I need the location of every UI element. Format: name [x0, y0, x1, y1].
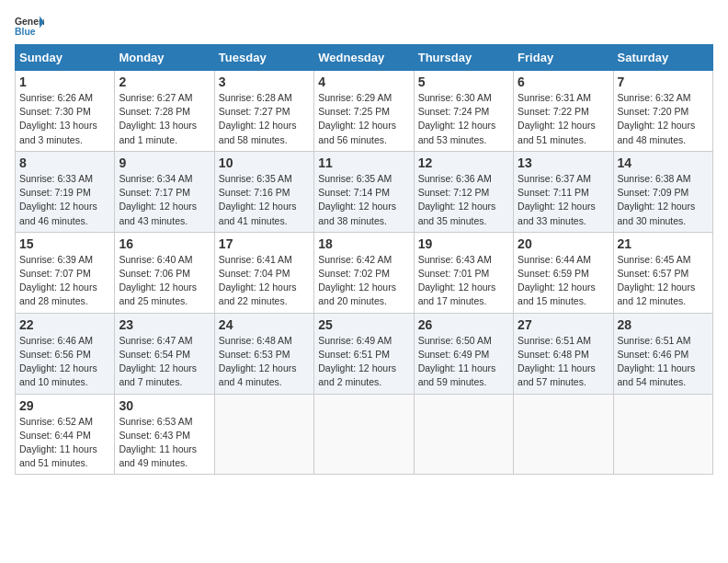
- day-info: Sunrise: 6:28 AM Sunset: 7:27 PM Dayligh…: [219, 91, 310, 147]
- header-tuesday: Tuesday: [214, 45, 313, 71]
- calendar-cell: 4Sunrise: 6:29 AM Sunset: 7:25 PM Daylig…: [314, 71, 414, 152]
- day-number: 23: [119, 317, 210, 332]
- day-info: Sunrise: 6:47 AM Sunset: 6:54 PM Dayligh…: [119, 334, 210, 390]
- day-number: 18: [318, 236, 409, 251]
- day-info: Sunrise: 6:46 AM Sunset: 6:56 PM Dayligh…: [19, 334, 110, 390]
- day-info: Sunrise: 6:52 AM Sunset: 6:44 PM Dayligh…: [19, 415, 110, 471]
- day-number: 2: [119, 75, 210, 89]
- calendar-cell: 2Sunrise: 6:27 AM Sunset: 7:28 PM Daylig…: [115, 71, 214, 152]
- day-number: 3: [219, 75, 310, 89]
- day-number: 21: [618, 236, 709, 251]
- day-number: 17: [219, 236, 310, 251]
- header-friday: Friday: [514, 45, 613, 71]
- calendar-cell: 26Sunrise: 6:50 AM Sunset: 6:49 PM Dayli…: [414, 313, 513, 394]
- day-info: Sunrise: 6:39 AM Sunset: 7:07 PM Dayligh…: [19, 253, 110, 309]
- day-info: Sunrise: 6:40 AM Sunset: 7:06 PM Dayligh…: [119, 253, 210, 309]
- day-number: 13: [518, 155, 609, 170]
- calendar-cell: 16Sunrise: 6:40 AM Sunset: 7:06 PM Dayli…: [115, 232, 214, 313]
- day-info: Sunrise: 6:35 AM Sunset: 7:14 PM Dayligh…: [318, 172, 409, 228]
- day-number: 25: [318, 317, 409, 332]
- calendar-cell: 10Sunrise: 6:35 AM Sunset: 7:16 PM Dayli…: [214, 151, 313, 232]
- calendar-cell: 28Sunrise: 6:51 AM Sunset: 6:46 PM Dayli…: [613, 313, 712, 394]
- calendar-cell: 20Sunrise: 6:44 AM Sunset: 6:59 PM Dayli…: [514, 232, 613, 313]
- calendar-cell: 25Sunrise: 6:49 AM Sunset: 6:51 PM Dayli…: [314, 313, 414, 394]
- day-number: 22: [19, 317, 110, 332]
- calendar-cell: 15Sunrise: 6:39 AM Sunset: 7:07 PM Dayli…: [16, 232, 115, 313]
- header-monday: Monday: [115, 45, 214, 71]
- calendar-cell: 18Sunrise: 6:42 AM Sunset: 7:02 PM Dayli…: [314, 232, 414, 313]
- day-info: Sunrise: 6:50 AM Sunset: 6:49 PM Dayligh…: [418, 334, 509, 390]
- day-number: 16: [119, 236, 210, 251]
- day-info: Sunrise: 6:27 AM Sunset: 7:28 PM Dayligh…: [119, 91, 210, 147]
- calendar-cell: [314, 394, 414, 475]
- day-number: 30: [119, 398, 210, 413]
- calendar-cell: [214, 394, 313, 475]
- calendar-cell: 11Sunrise: 6:35 AM Sunset: 7:14 PM Dayli…: [314, 151, 414, 232]
- day-info: Sunrise: 6:36 AM Sunset: 7:12 PM Dayligh…: [418, 172, 509, 228]
- calendar-week-row: 8Sunrise: 6:33 AM Sunset: 7:19 PM Daylig…: [16, 151, 713, 232]
- calendar-cell: 27Sunrise: 6:51 AM Sunset: 6:48 PM Dayli…: [514, 313, 613, 394]
- calendar-week-row: 22Sunrise: 6:46 AM Sunset: 6:56 PM Dayli…: [16, 313, 713, 394]
- day-info: Sunrise: 6:53 AM Sunset: 6:43 PM Dayligh…: [119, 415, 210, 471]
- day-info: Sunrise: 6:33 AM Sunset: 7:19 PM Dayligh…: [19, 172, 110, 228]
- calendar-cell: 7Sunrise: 6:32 AM Sunset: 7:20 PM Daylig…: [613, 71, 712, 152]
- day-number: 9: [119, 155, 210, 170]
- day-info: Sunrise: 6:51 AM Sunset: 6:48 PM Dayligh…: [518, 334, 609, 390]
- day-info: Sunrise: 6:41 AM Sunset: 7:04 PM Dayligh…: [219, 253, 310, 309]
- calendar-cell: 24Sunrise: 6:48 AM Sunset: 6:53 PM Dayli…: [214, 313, 313, 394]
- day-number: 12: [418, 155, 509, 170]
- day-info: Sunrise: 6:38 AM Sunset: 7:09 PM Dayligh…: [618, 172, 709, 228]
- day-info: Sunrise: 6:30 AM Sunset: 7:24 PM Dayligh…: [418, 91, 509, 147]
- calendar-cell: 12Sunrise: 6:36 AM Sunset: 7:12 PM Dayli…: [414, 151, 513, 232]
- calendar-table: SundayMondayTuesdayWednesdayThursdayFrid…: [15, 44, 713, 475]
- day-info: Sunrise: 6:43 AM Sunset: 7:01 PM Dayligh…: [418, 253, 509, 309]
- page-header: General Blue: [15, 15, 713, 37]
- day-info: Sunrise: 6:26 AM Sunset: 7:30 PM Dayligh…: [19, 91, 110, 147]
- day-number: 6: [518, 75, 609, 89]
- calendar-cell: 5Sunrise: 6:30 AM Sunset: 7:24 PM Daylig…: [414, 71, 513, 152]
- day-number: 24: [219, 317, 310, 332]
- day-number: 19: [418, 236, 509, 251]
- calendar-header-row: SundayMondayTuesdayWednesdayThursdayFrid…: [16, 45, 713, 71]
- day-info: Sunrise: 6:44 AM Sunset: 6:59 PM Dayligh…: [518, 253, 609, 309]
- calendar-cell: 30Sunrise: 6:53 AM Sunset: 6:43 PM Dayli…: [115, 394, 214, 475]
- calendar-cell: 1Sunrise: 6:26 AM Sunset: 7:30 PM Daylig…: [16, 71, 115, 152]
- day-info: Sunrise: 6:31 AM Sunset: 7:22 PM Dayligh…: [518, 91, 609, 147]
- calendar-cell: 23Sunrise: 6:47 AM Sunset: 6:54 PM Dayli…: [115, 313, 214, 394]
- calendar-cell: 22Sunrise: 6:46 AM Sunset: 6:56 PM Dayli…: [16, 313, 115, 394]
- calendar-cell: 19Sunrise: 6:43 AM Sunset: 7:01 PM Dayli…: [414, 232, 513, 313]
- calendar-cell: [613, 394, 712, 475]
- calendar-cell: [514, 394, 613, 475]
- day-number: 26: [418, 317, 509, 332]
- calendar-cell: 3Sunrise: 6:28 AM Sunset: 7:27 PM Daylig…: [214, 71, 313, 152]
- calendar-cell: 9Sunrise: 6:34 AM Sunset: 7:17 PM Daylig…: [115, 151, 214, 232]
- day-info: Sunrise: 6:51 AM Sunset: 6:46 PM Dayligh…: [618, 334, 709, 390]
- calendar-cell: 29Sunrise: 6:52 AM Sunset: 6:44 PM Dayli…: [16, 394, 115, 475]
- calendar-cell: [414, 394, 513, 475]
- day-number: 28: [618, 317, 709, 332]
- svg-text:Blue: Blue: [15, 27, 36, 37]
- calendar-cell: 8Sunrise: 6:33 AM Sunset: 7:19 PM Daylig…: [16, 151, 115, 232]
- calendar-cell: 14Sunrise: 6:38 AM Sunset: 7:09 PM Dayli…: [613, 151, 712, 232]
- day-number: 10: [219, 155, 310, 170]
- day-info: Sunrise: 6:45 AM Sunset: 6:57 PM Dayligh…: [618, 253, 709, 309]
- calendar-cell: 21Sunrise: 6:45 AM Sunset: 6:57 PM Dayli…: [613, 232, 712, 313]
- day-number: 15: [19, 236, 110, 251]
- day-info: Sunrise: 6:49 AM Sunset: 6:51 PM Dayligh…: [318, 334, 409, 390]
- day-number: 11: [318, 155, 409, 170]
- day-info: Sunrise: 6:34 AM Sunset: 7:17 PM Dayligh…: [119, 172, 210, 228]
- calendar-cell: 17Sunrise: 6:41 AM Sunset: 7:04 PM Dayli…: [214, 232, 313, 313]
- calendar-week-row: 15Sunrise: 6:39 AM Sunset: 7:07 PM Dayli…: [16, 232, 713, 313]
- day-number: 8: [19, 155, 110, 170]
- day-info: Sunrise: 6:42 AM Sunset: 7:02 PM Dayligh…: [318, 253, 409, 309]
- calendar-week-row: 1Sunrise: 6:26 AM Sunset: 7:30 PM Daylig…: [16, 71, 713, 152]
- day-info: Sunrise: 6:32 AM Sunset: 7:20 PM Dayligh…: [618, 91, 709, 147]
- day-info: Sunrise: 6:48 AM Sunset: 6:53 PM Dayligh…: [219, 334, 310, 390]
- day-number: 29: [19, 398, 110, 413]
- day-info: Sunrise: 6:29 AM Sunset: 7:25 PM Dayligh…: [318, 91, 409, 147]
- day-info: Sunrise: 6:37 AM Sunset: 7:11 PM Dayligh…: [518, 172, 609, 228]
- day-number: 4: [318, 75, 409, 89]
- header-saturday: Saturday: [613, 45, 712, 71]
- day-number: 1: [19, 75, 110, 89]
- day-number: 27: [518, 317, 609, 332]
